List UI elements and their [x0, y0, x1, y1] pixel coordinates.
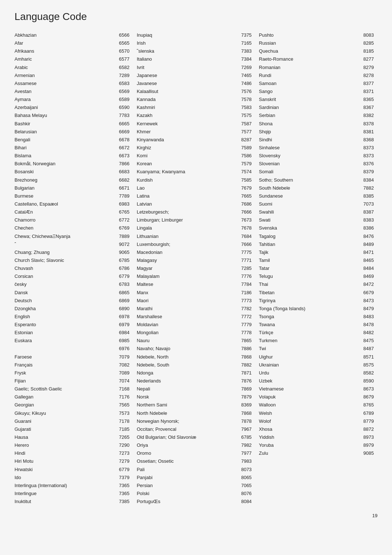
- list-item: Belarusian6669: [15, 128, 130, 136]
- language-code: 8478: [360, 321, 374, 328]
- language-name: Oromo: [137, 450, 238, 457]
- list-item: Xhosa8872: [259, 425, 374, 433]
- language-code: 8469: [360, 273, 374, 280]
- language-name: Lingala: [137, 224, 238, 232]
- language-code: 7779: [238, 321, 252, 328]
- language-code: 7673: [238, 216, 252, 224]
- language-name: Marshallese: [137, 313, 238, 320]
- list-item: Faroese7079: [15, 353, 130, 361]
- language-code: 7279: [116, 458, 130, 465]
- language-name: Interlingua (International): [15, 482, 116, 489]
- language-name: Svenska: [259, 224, 360, 232]
- list-item: Brezhoneg6682: [15, 176, 130, 184]
- language-name: Yiddish: [259, 434, 360, 441]
- list-item: Chuang; Zhuang9065: [15, 248, 130, 256]
- list-item: Bislama6673: [15, 152, 130, 160]
- list-item: Swati8383: [259, 216, 374, 224]
- list-item: Arabic6582: [15, 64, 130, 72]
- language-code: 8479: [360, 305, 374, 312]
- language-name: Brezhoneg: [15, 177, 116, 184]
- list-item: Welsh6789: [259, 409, 374, 417]
- list-item: Urdu8582: [259, 369, 374, 377]
- language-code: 7186: [238, 289, 252, 296]
- language-code: 8076: [238, 490, 252, 497]
- language-code: 8872: [360, 426, 374, 433]
- list-item: Türkçe8482: [259, 329, 374, 337]
- language-code: 6769: [116, 224, 130, 232]
- language-name: Serbian: [259, 112, 360, 119]
- language-name: Uighur: [259, 353, 360, 361]
- list-item: Dansk6865: [15, 289, 130, 297]
- language-code: 7583: [238, 104, 252, 111]
- language-name: Malagasy: [137, 257, 238, 264]
- list-item: Sango8371: [259, 88, 374, 96]
- language-name: Bokmål, Norwegian: [15, 160, 116, 167]
- list-item: Volapuk8679: [259, 393, 374, 401]
- list-item: Sanskrit8365: [259, 96, 374, 104]
- language-code: 6786: [116, 265, 130, 272]
- language-name: Tagalog: [259, 233, 360, 240]
- language-code: 7878: [238, 418, 252, 425]
- list-item: English6978: [15, 313, 130, 321]
- language-name: Guarani: [15, 418, 116, 425]
- list-item: PortuguŒs8084: [137, 498, 252, 506]
- language-name: Pali: [137, 466, 238, 473]
- list-item: Interlingue7365: [15, 490, 130, 498]
- language-name: Abkhazian: [15, 32, 116, 39]
- list-item: Abkhazian6566: [15, 31, 130, 39]
- language-name: Panjabi: [137, 474, 238, 481]
- list-item: Komi7586: [137, 152, 252, 160]
- list-item: Moldavian7779: [137, 321, 252, 329]
- list-item: Somali8379: [259, 168, 374, 176]
- language-name: Afrikaans: [15, 48, 116, 55]
- language-name: Kannada: [137, 96, 238, 103]
- language-name: Swahili: [259, 208, 360, 216]
- language-name: Tamil: [259, 257, 360, 264]
- language-code: 7165: [238, 40, 252, 47]
- language-code: 6565: [116, 40, 130, 47]
- language-code: 7089: [116, 369, 130, 377]
- language-name: Irish: [137, 40, 238, 47]
- language-name: Sotho; Southern: [259, 177, 360, 184]
- list-item: Bihari6672: [15, 144, 130, 152]
- list-item: Turkmen8475: [259, 337, 374, 345]
- language-name: Welsh: [259, 410, 360, 417]
- list-item: Navaho; Navajo7886: [137, 345, 252, 353]
- list-item: Sardinian8367: [259, 104, 374, 112]
- list-item: Kurdish7585: [137, 176, 252, 184]
- language-code: 7876: [238, 377, 252, 385]
- list-item: Sundanese8385: [259, 192, 374, 200]
- language-name: Kernewek: [137, 120, 238, 127]
- language-code: 7465: [238, 72, 252, 79]
- language-code: 8373: [360, 144, 374, 151]
- language-code: 7384: [238, 56, 252, 63]
- list-item: 6976: [15, 345, 130, 353]
- language-code: 7073: [360, 200, 374, 208]
- language-code: 8382: [360, 112, 374, 119]
- language-name: Swati: [259, 216, 360, 224]
- list-item: Thai8472: [259, 280, 374, 288]
- language-name: Sundanese: [259, 193, 360, 200]
- list-item: ˜slenska7383: [137, 47, 252, 55]
- language-code: 7577: [238, 128, 252, 135]
- list-item: Gikuyu; Kikuyu7573: [15, 409, 130, 417]
- list-item: Hrwatski6779: [15, 466, 130, 474]
- language-name: Georgian: [15, 401, 116, 409]
- language-name: Oriya: [137, 442, 238, 449]
- language-name: CatalÆn: [15, 208, 116, 216]
- language-name: Rundi: [259, 72, 360, 79]
- language-name: Herero: [15, 442, 116, 449]
- list-item: Javanese7486: [137, 80, 252, 88]
- language-code: 8385: [360, 193, 374, 200]
- list-item: Kuanyama; Kwanyama7574: [137, 168, 252, 176]
- column-2: Inupiaq7375Irish7165˜slenska7383Italiano…: [133, 31, 256, 506]
- language-code: 7666: [238, 241, 252, 248]
- list-item: Mongolian7778: [137, 329, 252, 337]
- language-name: Quechua: [259, 48, 360, 55]
- list-item: Amharic6577: [15, 55, 130, 63]
- list-item: Dzongkha6890: [15, 305, 130, 313]
- language-name: Ukrainian: [259, 361, 360, 369]
- list-item: Armenian7289: [15, 72, 130, 80]
- language-code: 6590: [116, 104, 130, 111]
- language-name: Tsonga: [259, 313, 360, 320]
